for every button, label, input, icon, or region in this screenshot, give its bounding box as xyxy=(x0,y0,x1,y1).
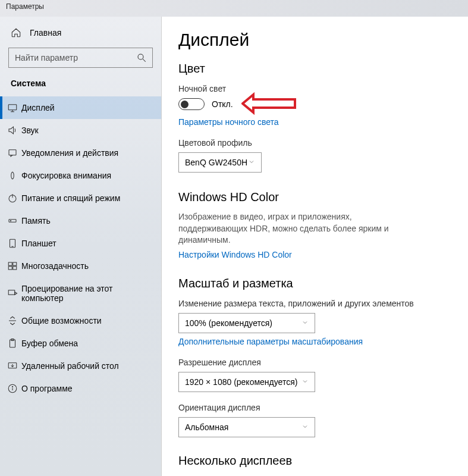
sidebar-item-power[interactable]: Питание и спящий режим xyxy=(0,187,161,209)
resolution-value: 1920 × 1080 (рекомендуется) xyxy=(185,377,297,387)
scale-size-value: 100% (рекомендуется) xyxy=(185,318,272,328)
scale-size-select[interactable]: 100% (рекомендуется) xyxy=(178,313,315,333)
sidebar-item-label: Планшет xyxy=(21,239,56,248)
hd-heading: Windows HD Color xyxy=(178,190,451,204)
titlebar: Параметры xyxy=(0,0,468,17)
chevron-down-icon xyxy=(301,377,309,387)
svg-rect-15 xyxy=(13,267,17,270)
sidebar-item-clipboard[interactable]: Буфер обмена xyxy=(0,332,161,355)
advanced-scaling-link[interactable]: Дополнительные параметры масштабирования xyxy=(178,337,363,346)
sidebar-item-label: Память xyxy=(21,216,51,226)
sidebar-item-notifications[interactable]: Уведомления и действия xyxy=(0,142,161,164)
sidebar-item-label: Буфер обмена xyxy=(21,339,78,348)
home-nav[interactable]: Главная xyxy=(0,21,161,44)
scale-heading: Масштаб и разметка xyxy=(178,277,451,290)
svg-rect-8 xyxy=(9,220,16,223)
multitask-icon xyxy=(7,261,18,271)
sidebar-item-label: Удаленный рабочий стол xyxy=(21,361,119,371)
svg-rect-2 xyxy=(8,105,17,110)
svg-point-23 xyxy=(12,386,12,387)
scale-size-label: Изменение размера текста, приложений и д… xyxy=(178,299,451,308)
sidebar-item-label: Уведомления и действия xyxy=(21,148,118,158)
chevron-down-icon xyxy=(301,318,309,328)
svg-rect-14 xyxy=(8,267,12,270)
search-wrap xyxy=(8,48,153,68)
sidebar-item-label: Фокусировка внимания xyxy=(21,171,111,180)
sidebar-item-label: Питание и спящий режим xyxy=(21,193,120,203)
svg-rect-5 xyxy=(9,150,16,155)
sidebar-item-storage[interactable]: Память xyxy=(0,209,161,232)
sidebar-item-label: О программе xyxy=(21,384,73,393)
sidebar-item-shared[interactable]: Общие возможности xyxy=(0,309,161,332)
sidebar-item-label: Дисплей xyxy=(21,103,55,112)
sidebar-item-tablet[interactable]: Планшет xyxy=(0,232,161,255)
nav-list: Дисплей Звук Уведомления и действия Фоку… xyxy=(0,96,161,400)
multi-heading: Несколько дисплеев xyxy=(178,454,451,468)
sidebar-item-label: Проецирование на этот компьютер xyxy=(21,284,150,303)
annotation-red-arrow xyxy=(241,90,301,120)
category-title: Система xyxy=(0,76,161,96)
sound-icon xyxy=(7,125,18,136)
sidebar-item-projecting[interactable]: Проецирование на этот компьютер xyxy=(0,277,161,309)
search-icon xyxy=(136,52,147,63)
sidebar-item-label: Многозадачность xyxy=(21,261,89,271)
projecting-icon xyxy=(7,288,18,299)
storage-icon xyxy=(7,215,18,226)
sidebar-item-label: Звук xyxy=(21,126,39,135)
notifications-icon xyxy=(7,148,18,158)
color-profile-select[interactable]: BenQ GW2450H xyxy=(178,152,262,173)
shared-icon xyxy=(7,315,18,326)
home-icon xyxy=(11,27,21,38)
night-light-label: Ночной свет xyxy=(178,84,451,93)
resolution-label: Разрешение дисплея xyxy=(178,358,451,367)
page-title: Дисплей xyxy=(178,30,451,50)
hd-settings-link[interactable]: Настройки Windows HD Color xyxy=(178,250,292,259)
sidebar-item-sound[interactable]: Звук xyxy=(0,119,161,142)
chevron-down-icon xyxy=(301,422,309,432)
remote-icon xyxy=(7,361,18,371)
color-heading: Цвет xyxy=(178,62,451,76)
sidebar-item-multitasking[interactable]: Многозадачность xyxy=(0,255,161,277)
focus-icon xyxy=(7,170,18,181)
svg-rect-16 xyxy=(8,290,15,295)
sidebar-item-display[interactable]: Дисплей xyxy=(0,96,161,119)
sidebar-item-label: Общие возможности xyxy=(21,316,102,325)
orientation-value: Альбомная xyxy=(185,422,228,432)
main-pane[interactable]: Дисплей Цвет Ночной свет Откл. Параметры… xyxy=(162,17,468,476)
night-light-state: Откл. xyxy=(212,99,233,109)
sidebar: Главная Система Дисплей Звук Уведомления… xyxy=(0,17,162,476)
night-light-row: Откл. xyxy=(178,98,451,110)
svg-rect-12 xyxy=(8,262,12,265)
power-icon xyxy=(7,193,18,203)
window-title: Параметры xyxy=(6,2,44,11)
clipboard-icon xyxy=(7,338,18,349)
home-label: Главная xyxy=(30,28,61,37)
svg-line-1 xyxy=(143,59,146,62)
sidebar-item-remote[interactable]: Удаленный рабочий стол xyxy=(0,355,161,377)
svg-point-0 xyxy=(138,54,143,60)
resolution-select[interactable]: 1920 × 1080 (рекомендуется) xyxy=(178,372,315,392)
search-input[interactable] xyxy=(8,48,153,68)
tablet-icon xyxy=(7,238,18,249)
svg-rect-13 xyxy=(13,262,17,265)
sidebar-item-about[interactable]: О программе xyxy=(0,377,161,400)
color-profile-value: BenQ GW2450H xyxy=(185,158,247,167)
about-icon xyxy=(7,383,18,394)
chevron-down-icon xyxy=(248,158,255,167)
hd-desc: Изображение в видео, играх и приложениях… xyxy=(178,211,398,246)
display-icon xyxy=(7,102,18,113)
orientation-label: Ориентация дисплея xyxy=(178,403,451,412)
svg-point-9 xyxy=(10,220,11,221)
color-profile-label: Цветовой профиль xyxy=(178,138,451,148)
sidebar-item-focus[interactable]: Фокусировка внимания xyxy=(0,164,161,187)
orientation-select[interactable]: Альбомная xyxy=(178,417,315,437)
night-light-toggle[interactable] xyxy=(178,98,205,110)
